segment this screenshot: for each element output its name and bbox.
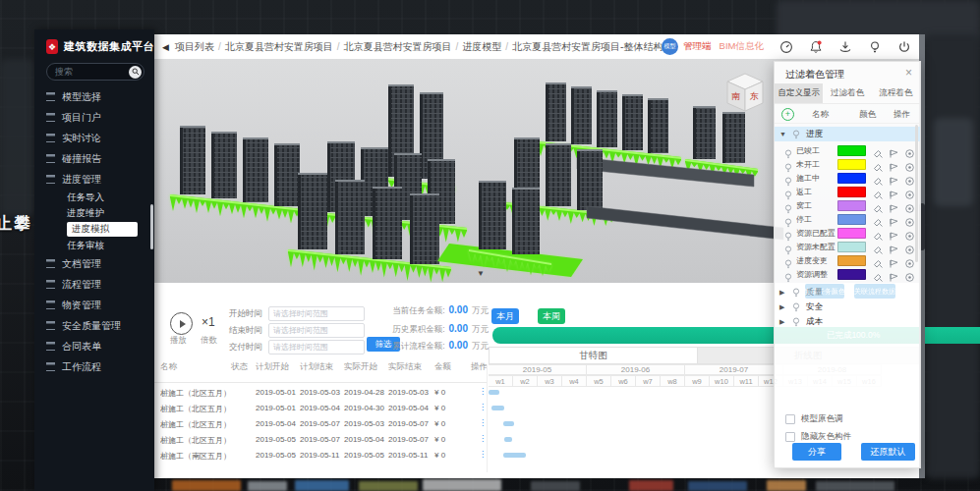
checkbox-original-color[interactable]: 模型原色调 (785, 413, 843, 425)
time-filter-input-2[interactable] (268, 340, 365, 355)
row-actions-icon[interactable]: ⋮ (479, 450, 487, 459)
gantt-bar-0[interactable] (489, 390, 499, 395)
ghost-button-1[interactable]: 生成任务颜色 (805, 284, 844, 299)
target-icon[interactable] (904, 173, 915, 184)
mode-badge[interactable]: 模型 (662, 38, 678, 55)
gantt-bar-2[interactable] (503, 421, 514, 426)
sidebar-subitem-2[interactable]: 进度模拟 (67, 222, 138, 237)
link-admin[interactable]: 管理端 (683, 40, 712, 53)
color-group-3[interactable]: ▶成本 (775, 314, 920, 329)
sidebar-subitem-1[interactable]: 进度维护 (67, 205, 154, 221)
close-icon[interactable]: × (905, 66, 912, 80)
ghost-button-2[interactable]: 关联流程数据 (854, 284, 895, 299)
sidebar-item-9[interactable]: 合同表单 (34, 336, 154, 356)
paint-icon[interactable] (873, 228, 884, 239)
brush-icon[interactable] (889, 187, 899, 197)
checkbox-hide-gray[interactable]: 隐藏灰色构件 (785, 431, 851, 443)
brush-icon[interactable] (889, 242, 899, 252)
gantt-bar-1[interactable] (491, 406, 504, 410)
speed-value[interactable]: ×1 (202, 315, 215, 329)
color-swatch[interactable] (837, 214, 866, 225)
bell-icon[interactable] (809, 40, 823, 54)
add-icon[interactable]: + (781, 108, 794, 121)
breadcrumb-segment-3[interactable]: 进度模型 (462, 40, 501, 54)
color-group-0[interactable]: ▼进度 (775, 127, 920, 141)
reset-default-button[interactable]: 还原默认 (861, 443, 915, 461)
share-button[interactable]: 分享 (792, 443, 841, 461)
play-button[interactable] (170, 312, 193, 335)
color-group-1[interactable]: ▶质量 (775, 285, 920, 300)
sidebar-scrollbar-thumb[interactable] (150, 204, 153, 249)
sidebar-item-5[interactable]: 文档管理 (34, 253, 154, 274)
sidebar-search[interactable] (46, 63, 144, 81)
sidebar-subitem-3[interactable]: 任务审核 (67, 238, 154, 253)
paint-icon[interactable] (873, 159, 884, 170)
brush-icon[interactable] (889, 269, 899, 280)
paint-icon[interactable] (873, 187, 884, 197)
color-swatch[interactable] (837, 200, 866, 211)
paint-icon[interactable] (873, 269, 884, 280)
paint-icon[interactable] (873, 200, 884, 211)
search-input[interactable] (47, 67, 129, 77)
tab-process-color[interactable]: 流程着色 (872, 83, 920, 103)
color-swatch[interactable] (837, 269, 866, 280)
color-swatch[interactable] (837, 228, 866, 239)
color-group-2[interactable]: ▶安全 (775, 300, 920, 314)
gantt-bar-3[interactable] (504, 437, 512, 442)
sidebar-item-3[interactable]: 碰撞报告 (34, 148, 154, 169)
breadcrumb-segment-4[interactable]: 北京夏县营村安置房项目-整体结构 (512, 40, 663, 54)
brush-icon[interactable] (889, 173, 899, 184)
color-swatch[interactable] (837, 173, 866, 184)
search-icon[interactable] (129, 66, 142, 79)
paint-icon[interactable] (873, 242, 884, 252)
panel-scrollbar-thumb[interactable] (915, 125, 918, 262)
download-icon[interactable] (838, 40, 852, 54)
paint-icon[interactable] (873, 173, 884, 184)
brush-icon[interactable] (889, 145, 899, 156)
target-icon[interactable] (904, 214, 915, 225)
target-icon[interactable] (904, 200, 915, 211)
sidebar-item-8[interactable]: 安全质量管理 (34, 315, 154, 336)
color-swatch[interactable] (837, 145, 866, 156)
power-icon[interactable] (897, 40, 911, 54)
color-swatch[interactable] (837, 187, 866, 197)
target-icon[interactable] (904, 255, 915, 266)
target-icon[interactable] (904, 228, 915, 239)
brush-icon[interactable] (889, 214, 899, 225)
color-swatch[interactable] (837, 255, 866, 266)
paint-icon[interactable] (873, 145, 884, 156)
view-cube[interactable]: 南 东 (721, 67, 770, 116)
breadcrumb-segment-2[interactable]: 北京夏县营村安置房项目 (343, 40, 451, 54)
time-filter-input-0[interactable] (268, 306, 365, 321)
checkbox-icon[interactable] (785, 432, 795, 442)
checkbox-icon[interactable] (785, 414, 795, 424)
brush-icon[interactable] (889, 228, 899, 239)
gantt-bar-4[interactable] (503, 453, 526, 458)
color-swatch[interactable] (837, 242, 866, 252)
sidebar-item-0[interactable]: 模型选择 (34, 86, 154, 107)
paint-icon[interactable] (873, 255, 884, 266)
row-actions-icon[interactable]: ⋮ (479, 387, 487, 396)
target-icon[interactable] (904, 159, 915, 170)
row-actions-icon[interactable]: ⋮ (479, 434, 487, 443)
brush-icon[interactable] (889, 159, 899, 170)
bulb-icon[interactable] (868, 40, 882, 54)
target-icon[interactable] (904, 145, 915, 156)
brush-icon[interactable] (889, 255, 899, 266)
gauge-icon[interactable] (779, 40, 793, 54)
sidebar-item-6[interactable]: 流程管理 (34, 274, 154, 295)
sidebar-subitem-0[interactable]: 任务导入 (67, 190, 154, 205)
row-actions-icon[interactable]: ⋮ (479, 418, 487, 427)
this-month-button[interactable]: 本月 (491, 308, 519, 324)
collapse-panel-arrow[interactable]: ▼ (477, 269, 485, 278)
row-actions-icon[interactable]: ⋮ (479, 403, 487, 411)
paint-icon[interactable] (873, 214, 884, 225)
sidebar-item-1[interactable]: 项目门户 (34, 107, 154, 128)
breadcrumb-segment-0[interactable]: 项目列表 (175, 40, 214, 54)
breadcrumb-segment-1[interactable]: 北京夏县营村安置房项目 (225, 40, 333, 54)
target-icon[interactable] (904, 187, 915, 197)
target-icon[interactable] (904, 269, 915, 280)
this-week-button[interactable]: 本周 (538, 308, 565, 324)
sidebar-item-2[interactable]: 实时讨论 (34, 128, 154, 148)
time-filter-input-1[interactable] (268, 323, 365, 338)
